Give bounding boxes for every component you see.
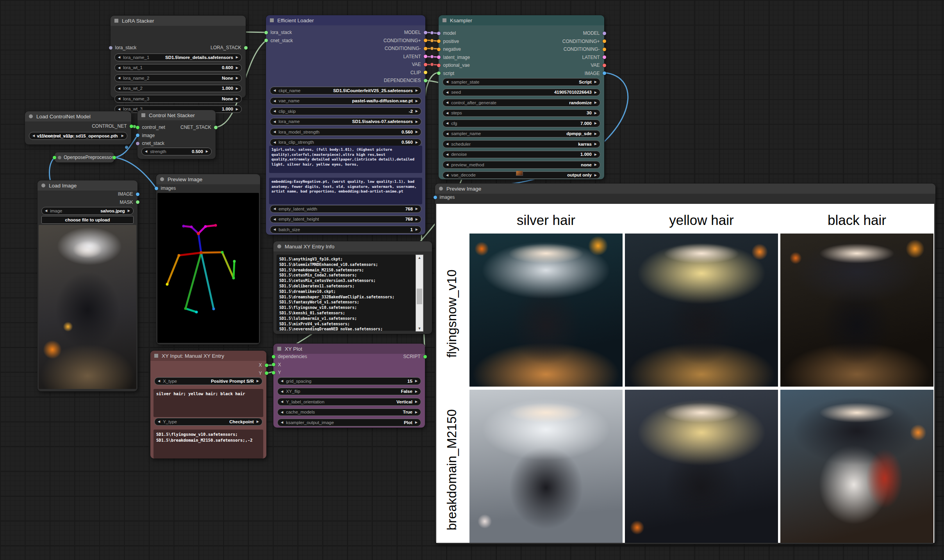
- decrement-arrow-icon[interactable]: ◀: [45, 209, 47, 212]
- decrement-arrow-icon[interactable]: ◀: [281, 390, 283, 393]
- combo-widget[interactable]: ◀lora_nameSD1.5\salvos-07.safetensors▶: [270, 118, 421, 126]
- collapse-icon[interactable]: [270, 18, 274, 22]
- input-port[interactable]: [437, 55, 441, 59]
- increment-arrow-icon[interactable]: ▶: [594, 111, 597, 115]
- collapse-icon[interactable]: [141, 113, 145, 117]
- choose-file-button[interactable]: choose file to upload: [41, 216, 134, 224]
- input-port[interactable]: [264, 39, 268, 42]
- node-title-bar[interactable]: Preview Image: [156, 174, 260, 184]
- decrement-arrow-icon[interactable]: ◀: [446, 101, 448, 104]
- decrement-arrow-icon[interactable]: ◀: [118, 76, 120, 80]
- increment-arrow-icon[interactable]: ▶: [121, 134, 124, 137]
- output-port[interactable]: [130, 125, 133, 128]
- decrement-arrow-icon[interactable]: ◀: [118, 55, 120, 59]
- decrement-arrow-icon[interactable]: ◀: [446, 163, 448, 166]
- combo-widget[interactable]: ◀sampler_namedpmpp_sde▶: [443, 130, 600, 138]
- input-port[interactable]: [109, 46, 112, 50]
- combo-widget[interactable]: ◀lora_name_2None▶: [114, 74, 242, 82]
- node-title-bar[interactable]: Manual XY Entry Info: [273, 241, 432, 251]
- input-port[interactable]: [437, 39, 441, 43]
- scroll-up-icon[interactable]: ▲: [416, 255, 423, 260]
- increment-arrow-icon[interactable]: ▶: [416, 207, 418, 210]
- decrement-arrow-icon[interactable]: ◀: [273, 89, 276, 92]
- scrollbar-thumb[interactable]: [417, 289, 422, 304]
- decrement-arrow-icon[interactable]: ◀: [446, 142, 448, 146]
- input-port[interactable]: [434, 196, 437, 199]
- collapse-icon[interactable]: [114, 19, 118, 23]
- combo-widget[interactable]: ◀XY_flipFalse▶: [277, 388, 421, 396]
- decrement-arrow-icon[interactable]: ◀: [281, 421, 283, 424]
- combo-widget[interactable]: ◀ckpt_nameSD1.5\CounterfeitV25_25.safete…: [270, 87, 421, 95]
- decrement-arrow-icon[interactable]: ◀: [158, 420, 160, 423]
- increment-arrow-icon[interactable]: ▶: [128, 209, 130, 212]
- output-port[interactable]: [603, 64, 606, 67]
- mini-preview-thumbnail[interactable]: [516, 171, 523, 176]
- input-port[interactable]: [136, 126, 139, 129]
- output-port[interactable]: [424, 79, 427, 82]
- x-values-textarea[interactable]: silver hair; yellow hair; black hair: [153, 389, 263, 417]
- node-title-bar[interactable]: Control Net Stacker: [137, 110, 216, 120]
- number-widget[interactable]: ◀empty_latent_width768▶: [270, 205, 421, 213]
- increment-arrow-icon[interactable]: ▶: [415, 421, 418, 424]
- node-title-bar[interactable]: Load Image: [37, 180, 137, 191]
- node-title-bar[interactable]: Efficient Loader: [266, 15, 425, 25]
- comfyui-canvas[interactable]: { "app": {"name": "ComfyUI node graph"},…: [0, 0, 944, 560]
- increment-arrow-icon[interactable]: ▶: [415, 379, 418, 383]
- node-title-bar[interactable]: XY Input: Manual XY Entry: [150, 351, 266, 361]
- input-port[interactable]: [437, 48, 441, 51]
- decrement-arrow-icon[interactable]: ◀: [446, 91, 448, 94]
- input-port[interactable]: [272, 371, 275, 375]
- output-port[interactable]: [424, 47, 427, 50]
- number-widget[interactable]: ◀batch_size1▶: [270, 226, 421, 234]
- combo-widget[interactable]: ◀control_after_generaterandomize▶: [443, 99, 600, 107]
- increment-arrow-icon[interactable]: ▶: [416, 218, 418, 221]
- combo-widget[interactable]: ◀strength0.500▶: [141, 148, 212, 155]
- decrement-arrow-icon[interactable]: ◀: [145, 150, 147, 153]
- increment-arrow-icon[interactable]: ▶: [594, 80, 597, 84]
- decrement-arrow-icon[interactable]: ◀: [273, 120, 276, 123]
- node-title-bar[interactable]: Preview Image: [435, 184, 935, 194]
- x-type-widget[interactable]: ◀X_typePositive Prompt S/R▶: [154, 377, 262, 385]
- decrement-arrow-icon[interactable]: ◀: [273, 109, 276, 113]
- combo-widget[interactable]: ◀cfg7.000▶: [443, 119, 600, 127]
- output-port[interactable]: [265, 371, 268, 375]
- scroll-down-icon[interactable]: ▼: [416, 326, 423, 331]
- increment-arrow-icon[interactable]: ▶: [415, 390, 418, 393]
- decrement-arrow-icon[interactable]: ◀: [273, 218, 276, 221]
- output-port[interactable]: [244, 46, 248, 50]
- scrollbar[interactable]: ▲ ▼: [416, 255, 423, 332]
- increment-arrow-icon[interactable]: ▶: [416, 120, 418, 123]
- decrement-arrow-icon[interactable]: ◀: [118, 66, 120, 70]
- increment-arrow-icon[interactable]: ▶: [257, 420, 259, 423]
- increment-arrow-icon[interactable]: ▶: [594, 121, 597, 125]
- increment-arrow-icon[interactable]: ▶: [594, 173, 597, 177]
- increment-arrow-icon[interactable]: ▶: [236, 55, 238, 59]
- combo-widget[interactable]: ◀lora_wt_21.000▶: [114, 85, 242, 93]
- input-port[interactable]: [264, 31, 268, 34]
- increment-arrow-icon[interactable]: ▶: [594, 153, 597, 156]
- input-port[interactable]: [437, 71, 441, 75]
- collapse-icon[interactable]: [29, 114, 33, 118]
- decrement-arrow-icon[interactable]: ◀: [446, 173, 448, 177]
- increment-arrow-icon[interactable]: ▶: [206, 150, 208, 153]
- combo-widget[interactable]: ◀ksampler_output_imagePlot▶: [277, 419, 421, 426]
- decrement-arrow-icon[interactable]: ◀: [118, 97, 120, 100]
- decrement-arrow-icon[interactable]: ◀: [32, 134, 35, 137]
- node-title-bar[interactable]: Load ControlNet Model: [25, 111, 131, 121]
- collapse-icon[interactable]: [277, 244, 281, 248]
- node-title-bar[interactable]: Ksampler: [439, 15, 604, 25]
- output-port[interactable]: [424, 39, 427, 42]
- input-port[interactable]: [437, 64, 441, 67]
- increment-arrow-icon[interactable]: ▶: [594, 132, 597, 136]
- y-values-textarea[interactable]: SD1.5\flyingsnow_v10.safetensors; SD1.5\…: [153, 430, 263, 458]
- image-select-widget[interactable]: ◀imagesalvos.jpeg▶: [41, 207, 134, 215]
- increment-arrow-icon[interactable]: ▶: [416, 141, 418, 144]
- decrement-arrow-icon[interactable]: ◀: [446, 121, 448, 125]
- increment-arrow-icon[interactable]: ▶: [594, 142, 597, 146]
- negative-prompt-textarea[interactable]: embedding:EasyNegative.pt, (worst qualit…: [269, 178, 422, 204]
- combo-widget[interactable]: ◀clip_skip-2▶: [270, 107, 421, 115]
- decrement-arrow-icon[interactable]: ◀: [446, 80, 448, 84]
- input-port[interactable]: [437, 32, 441, 35]
- output-port[interactable]: [424, 63, 427, 66]
- collapse-icon[interactable]: [160, 177, 164, 181]
